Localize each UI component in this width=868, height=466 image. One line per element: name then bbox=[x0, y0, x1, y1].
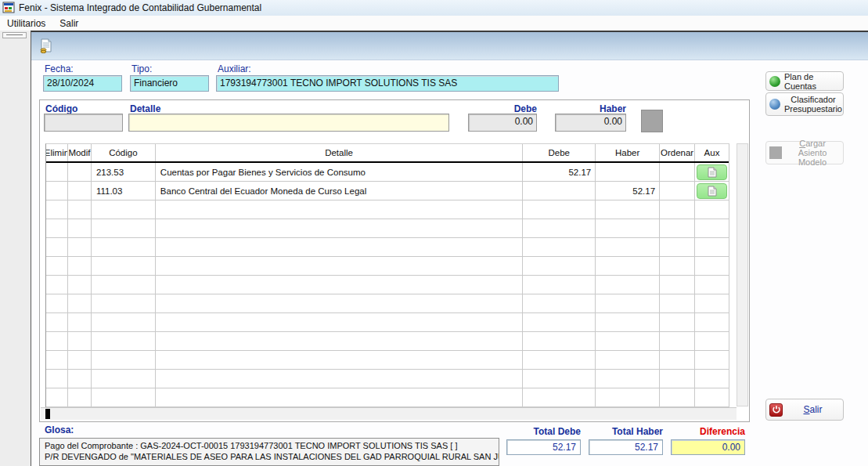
cell-haber bbox=[596, 313, 660, 331]
cell-aux bbox=[695, 182, 729, 200]
header-debe: Debe bbox=[523, 144, 596, 161]
header-modif: Modif bbox=[68, 144, 92, 161]
aux-button[interactable] bbox=[697, 164, 727, 180]
tipo-label: Tipo: bbox=[131, 63, 152, 74]
detalle-label: Detalle bbox=[130, 103, 160, 114]
salir-mnemonic: S bbox=[803, 404, 809, 415]
minimized-window-handle[interactable] bbox=[2, 32, 27, 38]
cell-elimin bbox=[46, 351, 68, 369]
glosa-line2: P/R DEVENGADO de "MATERIALES DE ASEO PAR… bbox=[45, 451, 494, 462]
table-row[interactable]: 213.53Cuentas por Pagar Bienes y Servici… bbox=[46, 163, 729, 182]
tipo-input[interactable]: Financiero bbox=[130, 75, 209, 92]
cell-codigo bbox=[92, 332, 156, 350]
plan-de-cuentas-button[interactable]: Plan de Cuentas bbox=[765, 71, 844, 91]
blue-sphere-icon bbox=[769, 99, 780, 110]
cell-aux bbox=[695, 294, 729, 312]
total-debe-label: Total Debe bbox=[506, 426, 581, 437]
cell-elimin bbox=[46, 163, 68, 181]
cargar-line2: Modelo bbox=[798, 157, 827, 167]
cell-ordenar bbox=[660, 182, 695, 200]
table-empty-row bbox=[46, 257, 729, 276]
cell-detalle bbox=[156, 276, 523, 294]
table-empty-row bbox=[46, 313, 729, 332]
cell-elimin bbox=[46, 313, 68, 331]
codigo-input bbox=[44, 114, 123, 132]
cell-ordenar bbox=[660, 276, 695, 294]
cell-modif bbox=[68, 238, 92, 256]
cell-codigo bbox=[92, 313, 156, 331]
fecha-label: Fecha: bbox=[45, 63, 74, 74]
table-empty-row bbox=[46, 238, 729, 257]
cell-elimin bbox=[46, 370, 68, 388]
header-detalle: Detalle bbox=[156, 144, 523, 161]
clasificador-line2: Presupuestario bbox=[784, 104, 842, 114]
cell-codigo bbox=[92, 219, 156, 237]
detalle-input[interactable] bbox=[128, 114, 449, 132]
minimized-window-line bbox=[6, 34, 23, 35]
clasificador-presupuestario-button[interactable]: Clasificador Presupuestario bbox=[765, 92, 844, 116]
cell-codigo bbox=[92, 388, 156, 406]
green-sphere-icon bbox=[769, 76, 780, 87]
cell-codigo bbox=[92, 257, 156, 275]
cell-ordenar bbox=[660, 370, 695, 388]
table-row[interactable]: 111.03Banco Central del Ecuador Moneda d… bbox=[46, 182, 729, 200]
cell-debe bbox=[523, 276, 596, 294]
cell-modif bbox=[68, 313, 92, 331]
haber-label: Haber bbox=[555, 103, 626, 114]
cell-aux bbox=[695, 238, 729, 256]
cell-modif bbox=[68, 219, 92, 237]
cell-codigo bbox=[92, 200, 156, 219]
menu-bar: Utilitarios Salir bbox=[0, 16, 868, 31]
cell-modif bbox=[68, 200, 92, 219]
cell-haber bbox=[596, 219, 660, 237]
cell-detalle: Banco Central del Ecuador Moneda de Curs… bbox=[156, 182, 523, 200]
cell-aux bbox=[695, 163, 729, 181]
horizontal-scrollbar[interactable] bbox=[41, 407, 737, 420]
table-empty-row bbox=[46, 370, 729, 388]
total-haber-label: Total Haber bbox=[589, 426, 663, 437]
haber-input: 0.00 bbox=[555, 114, 626, 132]
cell-debe bbox=[523, 200, 596, 219]
cell-haber bbox=[596, 276, 660, 294]
auxiliar-input[interactable]: 1793194773001 TECNO IMPORT SOLUTIONS TIS… bbox=[216, 75, 559, 92]
vertical-scrollbar[interactable] bbox=[737, 143, 748, 406]
cell-debe bbox=[523, 257, 596, 275]
salir-button[interactable]: Salir bbox=[765, 399, 844, 421]
scrollbar-corner bbox=[737, 407, 749, 420]
aux-button[interactable] bbox=[697, 183, 727, 199]
cell-detalle bbox=[156, 219, 523, 237]
cell-codigo bbox=[92, 238, 156, 256]
cell-modif bbox=[68, 351, 92, 369]
cell-aux bbox=[695, 257, 729, 275]
cell-detalle bbox=[156, 238, 523, 256]
cell-codigo: 111.03 bbox=[92, 182, 156, 200]
cell-debe bbox=[523, 332, 596, 350]
cell-haber: 52.17 bbox=[596, 182, 660, 200]
header-ordenar: Ordenar bbox=[660, 144, 695, 161]
cell-modif bbox=[68, 182, 92, 200]
cell-haber bbox=[596, 351, 660, 369]
header-elimin: Elimin bbox=[46, 144, 68, 161]
debe-input: 0.00 bbox=[468, 114, 537, 132]
cargar-mnemonic: C bbox=[799, 139, 805, 148]
cell-aux bbox=[695, 332, 729, 350]
cell-debe bbox=[523, 294, 596, 312]
fecha-input[interactable]: 28/10/2024 bbox=[43, 75, 122, 92]
cell-elimin bbox=[46, 200, 68, 219]
menu-utilitarios[interactable]: Utilitarios bbox=[0, 16, 52, 31]
cell-detalle bbox=[156, 370, 523, 388]
cell-codigo: 213.53 bbox=[92, 163, 156, 181]
cell-haber bbox=[596, 294, 660, 312]
glosa-textarea[interactable]: Pago del Comprobante : GAS-2024-OCT-0001… bbox=[39, 438, 499, 466]
cell-modif bbox=[68, 294, 92, 312]
document-coins-icon[interactable] bbox=[38, 38, 54, 54]
clasificador-line1: Clasificador bbox=[791, 95, 835, 104]
header-codigo: Código bbox=[92, 144, 156, 161]
debe-label: Debe bbox=[468, 103, 537, 114]
menu-salir[interactable]: Salir bbox=[52, 16, 85, 31]
cell-ordenar bbox=[660, 238, 695, 256]
diferencia-label: Diferencia bbox=[671, 426, 745, 437]
total-debe-field: 52.17 bbox=[506, 439, 581, 455]
cell-elimin bbox=[46, 238, 68, 256]
cell-codigo bbox=[92, 276, 156, 294]
